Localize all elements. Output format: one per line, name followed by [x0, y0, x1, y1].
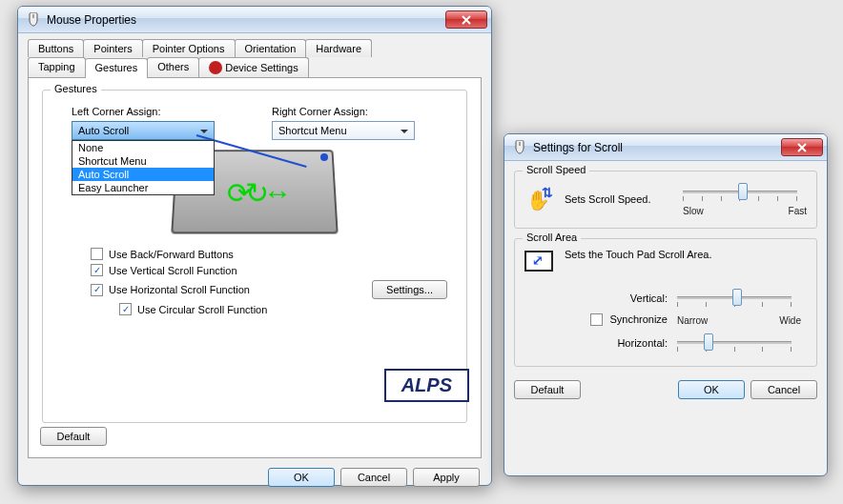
tab-tapping[interactable]: Tapping [28, 57, 86, 77]
check-vertical-scroll[interactable] [91, 264, 103, 276]
check-horizontal-scroll[interactable] [91, 284, 103, 296]
slow-label: Slow [683, 206, 704, 216]
tab-gestures[interactable]: Gestures [85, 58, 149, 78]
tab-pointers[interactable]: Pointers [83, 39, 142, 57]
scroll-default-button[interactable]: Default [514, 380, 581, 399]
right-corner-value: Shortcut Menu [278, 125, 347, 136]
wide-label: Wide [779, 315, 801, 326]
narrow-label: Narrow [677, 315, 708, 326]
cancel-button[interactable]: Cancel [340, 468, 407, 487]
tab-device-settings[interactable]: Device Settings [198, 57, 308, 77]
horizontal-label: Horizontal: [524, 337, 677, 349]
check-horiz-row: Use Horizontal Scroll Function Settings.… [91, 280, 457, 299]
scroll-speed-icon [524, 185, 555, 213]
mouse-icon [26, 12, 41, 28]
synchronize-check[interactable] [590, 313, 603, 326]
mouse-properties-window: Mouse Properties Buttons Pointers Pointe… [17, 6, 492, 486]
tab-body: Gestures Left Corner Assign: Auto Scroll… [28, 77, 482, 458]
right-corner-label: Right Corner Assign: [272, 106, 415, 117]
left-corner-value: Auto Scroll [78, 125, 129, 136]
scroll-speed-slider[interactable] [683, 181, 797, 204]
check-back-forward-label: Use Back/Forward Buttons [109, 249, 234, 260]
alps-brand: ALPS [384, 369, 469, 402]
vertical-area-slider[interactable] [677, 287, 792, 310]
scroll-area-icon [524, 251, 553, 272]
fast-label: Fast [789, 206, 807, 216]
tab-row-1: Buttons Pointers Pointer Options Orienta… [28, 39, 482, 57]
scroll-area-desc: Sets the Touch Pad Scroll Area. [565, 249, 712, 260]
window-title: Mouse Properties [47, 13, 445, 27]
left-corner-label: Left Corner Assign: [72, 106, 215, 117]
left-corner-combo[interactable]: Auto Scroll None Shortcut Menu Auto Scro… [72, 121, 215, 140]
apply-button[interactable]: Apply [413, 468, 480, 487]
horizontal-area-slider[interactable] [677, 332, 792, 354]
scroll-area-legend: Scroll Area [523, 232, 581, 243]
check-vert-row: Use Vertical Scroll Function [91, 264, 457, 276]
close-button[interactable] [445, 10, 487, 29]
scroll-cancel-button[interactable]: Cancel [750, 380, 817, 399]
check-circular-scroll-label: Use Circular Scroll Function [137, 304, 267, 315]
check-circ-row: Use Circular Scroll Function [119, 303, 457, 315]
dialog-buttons: OK Cancel Apply [28, 458, 482, 489]
default-button[interactable]: Default [40, 427, 107, 446]
tab-buttons[interactable]: Buttons [28, 39, 84, 57]
check-back-forward-row: Use Back/Forward Buttons [91, 248, 457, 260]
ok-button[interactable]: OK [268, 468, 335, 487]
check-back-forward[interactable] [91, 248, 103, 260]
option-shortcut-menu[interactable]: Shortcut Menu [72, 154, 214, 168]
scroll-settings-window: Settings for Scroll Scroll Speed Sets Sc… [504, 133, 828, 476]
tab-device-settings-label: Device Settings [225, 62, 298, 73]
scroll-area-group: Scroll Area Sets the Touch Pad Scroll Ar… [514, 238, 817, 367]
scroll-speed-desc: Sets Scroll Speed. [565, 193, 651, 205]
content: Buttons Pointers Pointer Options Orienta… [18, 33, 491, 498]
tab-pointer-options[interactable]: Pointer Options [142, 39, 236, 57]
tab-row-2: Tapping Gestures Others Device Settings [28, 57, 482, 77]
device-settings-icon [209, 61, 222, 74]
check-vertical-scroll-label: Use Vertical Scroll Function [109, 265, 237, 276]
scroll-speed-group: Scroll Speed Sets Scroll Speed. Slow Fas… [514, 171, 817, 229]
check-horizontal-scroll-label: Use Horizontal Scroll Function [109, 284, 250, 295]
vertical-label: Vertical: [524, 292, 677, 304]
check-circular-scroll[interactable] [119, 303, 132, 315]
mouse-icon [512, 140, 527, 155]
scroll-content: Scroll Speed Sets Scroll Speed. Slow Fas… [504, 161, 827, 409]
scroll-speed-legend: Scroll Speed [523, 164, 589, 175]
settings-button[interactable]: Settings... [372, 280, 447, 299]
option-auto-scroll[interactable]: Auto Scroll [72, 168, 214, 181]
left-corner-dropdown: None Shortcut Menu Auto Scroll Easy Laun… [72, 140, 215, 195]
tab-hardware[interactable]: Hardware [305, 39, 372, 57]
tab-orientation[interactable]: Orientation [235, 39, 307, 57]
scroll-ok-button[interactable]: OK [678, 380, 745, 399]
tab-others[interactable]: Others [147, 57, 199, 77]
scroll-close-button[interactable] [781, 138, 823, 156]
titlebar[interactable]: Mouse Properties [18, 7, 491, 33]
option-none[interactable]: None [72, 141, 214, 154]
scroll-window-title: Settings for Scroll [533, 141, 781, 154]
gestures-legend: Gestures [51, 83, 101, 94]
synchronize-label: Synchronize [609, 313, 668, 325]
option-easy-launcher[interactable]: Easy Launcher [72, 181, 214, 194]
right-corner-combo[interactable]: Shortcut Menu [272, 121, 415, 140]
scroll-titlebar[interactable]: Settings for Scroll [504, 134, 827, 161]
